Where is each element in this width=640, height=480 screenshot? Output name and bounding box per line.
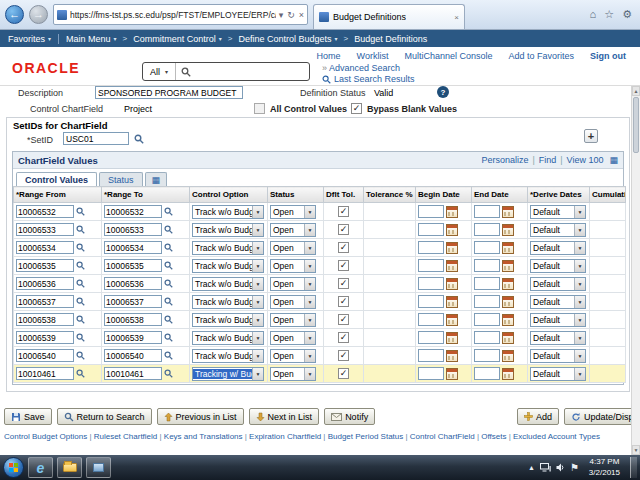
gear-icon[interactable]: ⚙ bbox=[622, 8, 632, 21]
tab-close-icon[interactable]: × bbox=[454, 13, 459, 22]
save-button[interactable]: Save bbox=[4, 408, 52, 425]
lookup-icon[interactable] bbox=[164, 369, 173, 378]
volume-icon[interactable] bbox=[556, 463, 565, 472]
browser-tab[interactable]: Budget Definitions × bbox=[313, 4, 465, 29]
dflt-tol-checkbox[interactable] bbox=[338, 224, 349, 235]
end-date-input[interactable] bbox=[474, 205, 500, 218]
begin-date-input[interactable] bbox=[418, 277, 444, 290]
calendar-icon[interactable] bbox=[446, 314, 458, 326]
derive-dates-select[interactable]: Default▼ bbox=[530, 205, 586, 219]
calendar-icon[interactable] bbox=[502, 260, 514, 272]
start-button[interactable] bbox=[3, 457, 24, 478]
range-to-input[interactable] bbox=[104, 241, 162, 254]
range-to-input[interactable] bbox=[104, 313, 162, 326]
derive-dates-select[interactable]: Default▼ bbox=[530, 349, 586, 363]
return-to-search-button[interactable]: Return to Search bbox=[57, 408, 152, 425]
lookup-icon[interactable] bbox=[76, 225, 85, 234]
breadcrumb-item-budget-definitions[interactable]: Budget Definitions bbox=[354, 34, 427, 44]
lookup-icon[interactable] bbox=[164, 225, 173, 234]
header-link-multichannel-console[interactable]: MultiChannel Console bbox=[404, 51, 492, 61]
dflt-tol-checkbox[interactable] bbox=[338, 332, 349, 343]
calendar-icon[interactable] bbox=[446, 260, 458, 272]
all-control-values-checkbox[interactable] bbox=[254, 103, 265, 114]
page-link-offsets[interactable]: Offsets bbox=[481, 432, 506, 441]
range-to-input[interactable] bbox=[104, 277, 162, 290]
search-input[interactable] bbox=[176, 67, 309, 77]
status-select[interactable]: Open▼ bbox=[270, 331, 316, 345]
calendar-icon[interactable] bbox=[502, 206, 514, 218]
begin-date-input[interactable] bbox=[418, 295, 444, 308]
calendar-icon[interactable] bbox=[446, 332, 458, 344]
breadcrumb-item-main-menu[interactable]: Main Menu▾ bbox=[66, 34, 117, 44]
lookup-icon[interactable] bbox=[76, 297, 85, 306]
range-from-input[interactable] bbox=[16, 313, 74, 326]
zoom-grid-icon[interactable]: ▦ bbox=[609, 155, 618, 165]
lookup-icon[interactable] bbox=[76, 315, 85, 324]
end-date-input[interactable] bbox=[474, 259, 500, 272]
end-date-input[interactable] bbox=[474, 313, 500, 326]
range-from-input[interactable] bbox=[16, 259, 74, 272]
begin-date-input[interactable] bbox=[418, 205, 444, 218]
range-from-input[interactable] bbox=[16, 349, 74, 362]
grid-link-view-100[interactable]: View 100 bbox=[567, 155, 604, 165]
header-link-worklist[interactable]: Worklist bbox=[357, 51, 389, 61]
dflt-tol-checkbox[interactable] bbox=[338, 296, 349, 307]
calendar-icon[interactable] bbox=[446, 206, 458, 218]
lookup-icon[interactable] bbox=[164, 279, 173, 288]
page-link-ruleset-chartfield[interactable]: Ruleset Chartfield bbox=[94, 432, 158, 441]
end-date-input[interactable] bbox=[474, 349, 500, 362]
status-select[interactable]: Open▼ bbox=[270, 313, 316, 327]
control-option-select[interactable]: Track w/o Budg▼ bbox=[192, 349, 264, 363]
lookup-icon[interactable] bbox=[164, 207, 173, 216]
calendar-icon[interactable] bbox=[502, 224, 514, 236]
lookup-icon[interactable] bbox=[76, 279, 85, 288]
derive-dates-select[interactable]: Default▼ bbox=[530, 331, 586, 345]
page-link-expiration-chartfield[interactable]: Expiration Chartfield bbox=[249, 432, 321, 441]
lookup-icon[interactable] bbox=[76, 369, 85, 378]
next-in-list-button[interactable]: Next in List bbox=[249, 408, 320, 425]
derive-dates-select[interactable]: Default▼ bbox=[530, 367, 586, 381]
status-select[interactable]: Open▼ bbox=[270, 295, 316, 309]
tab-control-values[interactable]: Control Values bbox=[16, 172, 97, 186]
dflt-tol-checkbox[interactable] bbox=[338, 206, 349, 217]
range-to-input[interactable] bbox=[104, 259, 162, 272]
begin-date-input[interactable] bbox=[418, 331, 444, 344]
control-option-select[interactable]: Track w/o Budg▼ bbox=[192, 241, 264, 255]
control-option-select[interactable]: Track w/o Budg▼ bbox=[192, 259, 264, 273]
calendar-icon[interactable] bbox=[446, 278, 458, 290]
calendar-icon[interactable] bbox=[502, 332, 514, 344]
add-button[interactable]: Add bbox=[517, 408, 559, 425]
taskbar-explorer-icon[interactable] bbox=[57, 457, 82, 478]
taskbar-app-icon[interactable] bbox=[86, 457, 111, 478]
begin-date-input[interactable] bbox=[418, 349, 444, 362]
derive-dates-select[interactable]: Default▼ bbox=[530, 259, 586, 273]
calendar-icon[interactable] bbox=[446, 224, 458, 236]
help-icon[interactable]: ? bbox=[437, 86, 449, 98]
description-input[interactable] bbox=[95, 86, 243, 99]
range-to-input[interactable] bbox=[104, 295, 162, 308]
derive-dates-select[interactable]: Default▼ bbox=[530, 295, 586, 309]
grid-link-personalize[interactable]: Personalize bbox=[481, 155, 528, 165]
scroll-up-icon[interactable]: ▲ bbox=[632, 86, 640, 96]
begin-date-input[interactable] bbox=[418, 367, 444, 380]
lookup-icon[interactable] bbox=[164, 315, 173, 324]
header-link-sign-out[interactable]: Sign out bbox=[590, 51, 626, 61]
derive-dates-select[interactable]: Default▼ bbox=[530, 313, 586, 327]
lookup-icon[interactable] bbox=[164, 333, 173, 342]
header-link-home[interactable]: Home bbox=[317, 51, 341, 61]
range-from-input[interactable] bbox=[16, 367, 74, 380]
page-link-budget-period-status[interactable]: Budget Period Status bbox=[328, 432, 404, 441]
action-center-flag-icon[interactable]: ⚑ bbox=[570, 462, 579, 473]
range-from-input[interactable] bbox=[16, 205, 74, 218]
calendar-icon[interactable] bbox=[502, 296, 514, 308]
autocomplete-dropdown-icon[interactable]: ▾ bbox=[279, 10, 284, 20]
lookup-icon[interactable] bbox=[76, 351, 85, 360]
lookup-icon[interactable] bbox=[164, 261, 173, 270]
breadcrumb-item-commitment-control[interactable]: Commitment Control▾ bbox=[133, 34, 222, 44]
page-link-control-budget-options[interactable]: Control Budget Options bbox=[4, 432, 87, 441]
range-from-input[interactable] bbox=[16, 295, 74, 308]
status-select[interactable]: Open▼ bbox=[270, 349, 316, 363]
range-from-input[interactable] bbox=[16, 241, 74, 254]
page-link-excluded-account-types[interactable]: Excluded Account Types bbox=[513, 432, 600, 441]
scroll-down-icon[interactable]: ▼ bbox=[632, 445, 640, 455]
